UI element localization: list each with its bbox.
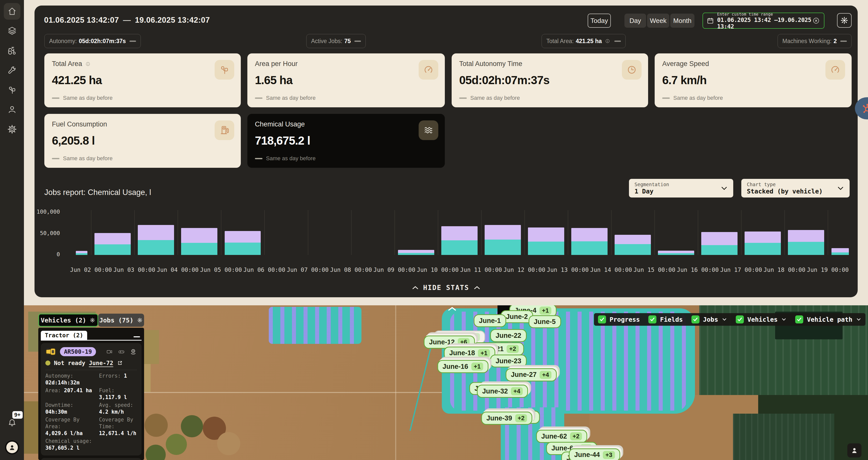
checkbox-checked-icon[interactable]	[795, 315, 803, 324]
job-label-count-badge: +1	[478, 349, 490, 357]
user-avatar[interactable]	[5, 440, 19, 455]
checkbox-checked-icon[interactable]	[736, 315, 744, 324]
toggle-vehicles[interactable]: Vehicles	[736, 315, 787, 324]
map-crop-circle	[181, 415, 203, 437]
tab-label: Vehicles (2)	[41, 317, 86, 324]
checkbox-checked-icon[interactable]	[691, 315, 700, 324]
map-job-label-June-44[interactable]: June-44+3	[569, 449, 620, 460]
map-collapse-chevron-icon[interactable]	[447, 306, 457, 311]
hide-stats-button[interactable]: HIDE STATS	[412, 284, 480, 292]
collapse-dash-icon[interactable]	[133, 336, 140, 337]
gear-sun-icon	[136, 317, 143, 324]
stat-value: 04h:30m	[45, 409, 67, 415]
gamepad-icon[interactable]	[117, 348, 125, 355]
toggle-fields[interactable]: Fields	[648, 315, 683, 324]
day-button[interactable]: Day	[624, 13, 646, 28]
bar-segment-AR500-20	[225, 243, 261, 255]
pill-label: Machines Working:	[782, 38, 832, 44]
map-job-label-June-39[interactable]: June-39+2	[481, 411, 532, 425]
toggle-progress[interactable]: Progress	[598, 315, 640, 324]
chart-bar-Jun 04	[181, 228, 217, 255]
checkbox-checked-icon[interactable]	[598, 315, 606, 324]
bar-segment-AR500-20	[138, 240, 174, 255]
chart-bar-Jun 03	[138, 225, 174, 255]
notifications-button[interactable]: 9+	[7, 418, 18, 428]
chart-gridline	[481, 210, 482, 255]
job-label-text: June-32	[482, 388, 508, 395]
custom-time-range-input[interactable]: Enter custom time range 01.06.2025 13:42…	[703, 12, 825, 29]
range-separator: —	[123, 16, 131, 25]
chart-bar-Jun 12	[528, 227, 564, 255]
chart-gridline	[438, 210, 438, 255]
gear-sun-icon	[89, 317, 96, 324]
tab-label: Jobs (75)	[99, 317, 133, 324]
checkbox-checked-icon[interactable]	[648, 315, 656, 324]
sidebar-item-home[interactable]	[4, 3, 21, 20]
map-job-label-June-22[interactable]: June-22	[490, 329, 526, 342]
tab-jobs[interactable]: Jobs (75)	[98, 314, 144, 327]
map-job-label-June-18[interactable]: June-18+1	[444, 347, 495, 360]
map-job-label-June-62[interactable]: June-62+2	[536, 430, 587, 443]
summary-pill-total-area[interactable]: Total Area:421.25 ha	[541, 34, 626, 48]
map[interactable]: June-4+1June-2June-1June-5June-22June-14…	[24, 305, 868, 460]
sidebar-item-layers[interactable]	[4, 23, 21, 39]
summary-pill-machines-working[interactable]: Machines Working:2	[778, 34, 851, 48]
map-job-label-June-23[interactable]: June-23	[490, 355, 526, 368]
chart-bar-Jun 09	[398, 250, 434, 255]
vehicle-card[interactable]: AR500-19 Not ready June-72 Autonomy:02d:…	[41, 343, 142, 456]
map-job-label-June-32[interactable]: June-32+4	[477, 385, 528, 398]
info-icon[interactable]	[604, 38, 611, 44]
chevron-down-icon	[781, 317, 787, 321]
external-link-icon[interactable]	[117, 360, 123, 366]
sidebar-item-users[interactable]	[4, 101, 21, 118]
job-link[interactable]: June-72	[89, 360, 113, 366]
dashboard-settings-button[interactable]	[837, 13, 851, 28]
card-note: Same as day before	[63, 95, 113, 101]
map-job-label-June-1[interactable]: June-1	[473, 314, 506, 327]
map-job-label-June-5[interactable]: June-5	[528, 315, 561, 328]
summary-pill-autonomy[interactable]: Autonomy:05d:02h:07m:37s	[44, 34, 141, 48]
toggle-jobs[interactable]: Jobs	[691, 315, 727, 324]
sidebar-item-maintenance[interactable]	[4, 62, 21, 79]
map-job-label-June-27[interactable]: June-27+4	[505, 368, 557, 381]
stat-value: 367,605.2 l	[45, 444, 97, 452]
live-location-icon[interactable]	[129, 348, 137, 356]
camera-icon[interactable]	[106, 348, 113, 355]
street-view-button[interactable]	[847, 443, 862, 458]
card-title: Total Autonomy Time	[459, 60, 522, 68]
trend-dash-icon	[662, 97, 670, 99]
month-button[interactable]: Month	[670, 13, 694, 28]
chart-type-dropdown[interactable]: Chart typeStacked (by vehicle)	[741, 179, 849, 197]
bar-segment-AR500-20	[528, 242, 564, 255]
bar-segment-AR500-19	[745, 232, 781, 243]
chart-gridline	[828, 210, 828, 255]
job-label-text: June-16	[442, 363, 468, 371]
segmentation-dropdown[interactable]: Segmentation1 Day	[629, 179, 733, 197]
stat-label: Chemical usage:	[45, 438, 97, 444]
tab-vehicles[interactable]: Vehicles (2)	[38, 314, 98, 327]
bar-segment-AR500-19	[832, 248, 849, 252]
clock-icon	[626, 64, 637, 75]
pill-dash-icon	[840, 40, 847, 42]
toggle-vehicle-path[interactable]: Vehicle path	[795, 315, 862, 324]
today-button[interactable]: Today	[588, 13, 611, 28]
map-job-label-June-16[interactable]: June-16+1	[437, 360, 488, 373]
job-label-count-badge: +4	[539, 371, 551, 379]
vehicle-group-chip[interactable]: Tractor (2)	[41, 331, 87, 340]
pill-dash-icon	[354, 40, 361, 42]
clear-icon[interactable]	[812, 17, 820, 25]
vehicle-card[interactable]: AR500-20 Not ready June-72 Autonomy:02d:…	[41, 458, 142, 460]
sidebar-item-fields[interactable]	[4, 82, 21, 98]
x-axis-tick: Jun 16 00:00	[677, 267, 719, 273]
week-button[interactable]: Week	[647, 13, 669, 28]
chart-bar-Jun 05	[225, 231, 261, 255]
vehicle-group-row: Tractor (2)	[41, 330, 142, 341]
info-icon[interactable]	[85, 61, 91, 67]
toggle-label: Progress	[610, 316, 640, 323]
sidebar-item-vehicles[interactable]	[4, 42, 21, 59]
stat-value: 207.41 ha	[64, 388, 92, 394]
sidebar-item-settings[interactable]	[4, 121, 21, 137]
job-label-text: June-12	[429, 338, 455, 346]
summary-pill-active-jobs[interactable]: Active Jobs:75	[306, 34, 366, 48]
card-title: Area per Hour	[255, 60, 298, 68]
